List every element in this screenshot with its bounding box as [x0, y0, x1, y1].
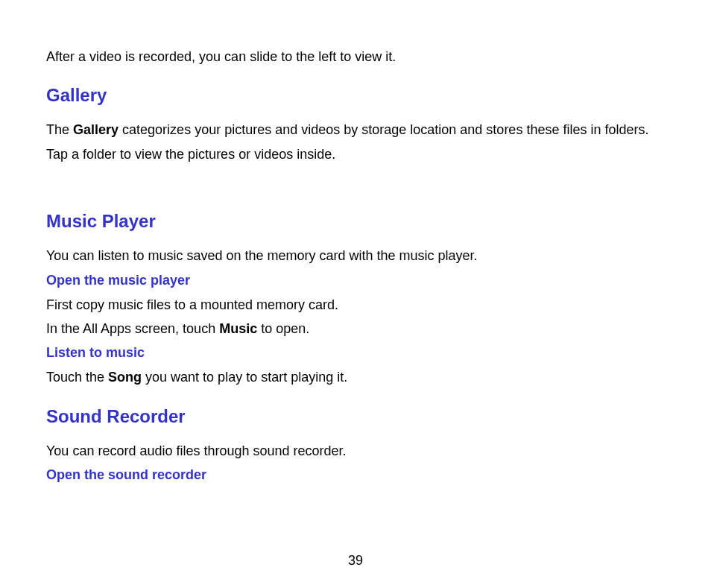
- music-player-heading: Music Player: [46, 211, 665, 232]
- listen-line-post: you want to play to start playing it.: [142, 370, 347, 385]
- gallery-paragraph: The Gallery categorizes your pictures an…: [46, 118, 665, 166]
- open-music-line2: In the All Apps screen, touch Music to o…: [46, 317, 665, 341]
- open-sound-recorder-heading: Open the sound recorder: [46, 467, 665, 483]
- gallery-heading: Gallery: [46, 85, 665, 106]
- listen-line-pre: Touch the: [46, 370, 108, 385]
- music-intro-paragraph: You can listen to music saved on the mem…: [46, 244, 665, 268]
- spacer: [46, 177, 665, 195]
- listen-line-bold: Song: [108, 370, 142, 385]
- gallery-text-bold: Gallery: [73, 122, 118, 137]
- document-page: After a video is recorded, you can slide…: [0, 0, 711, 588]
- page-number: 39: [0, 553, 711, 569]
- gallery-text-pre: The: [46, 122, 73, 137]
- open-music-line2-post: to open.: [257, 321, 309, 336]
- open-music-line2-pre: In the All Apps screen, touch: [46, 321, 219, 336]
- listen-to-music-heading: Listen to music: [46, 345, 665, 361]
- intro-paragraph: After a video is recorded, you can slide…: [46, 45, 665, 69]
- listen-line: Touch the Song you want to play to start…: [46, 365, 665, 389]
- sound-intro-paragraph: You can record audio files through sound…: [46, 439, 665, 463]
- open-music-line2-bold: Music: [219, 321, 257, 336]
- gallery-text-post: categorizes your pictures and videos by …: [46, 122, 648, 161]
- open-music-line1: First copy music files to a mounted memo…: [46, 293, 665, 317]
- open-music-player-heading: Open the music player: [46, 273, 665, 288]
- sound-recorder-heading: Sound Recorder: [46, 406, 665, 427]
